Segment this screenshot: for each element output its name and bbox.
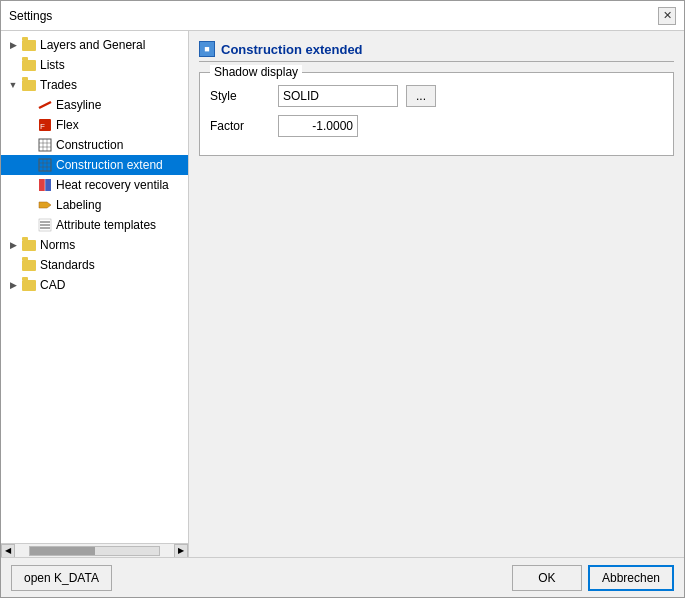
factor-input[interactable] [278,115,358,137]
tree-label-trades: Trades [40,78,77,92]
tree-label-heat: Heat recovery ventila [56,178,169,192]
bottom-left: open K_DATA [11,565,112,591]
style-row: Style ... [210,85,663,107]
tree-item-attr-templates[interactable]: Attribute templates [1,215,188,235]
icon-trades [21,77,37,93]
tree-item-lists[interactable]: Lists [1,55,188,75]
icon-cad [21,277,37,293]
content-area: Layers and GeneralListsTradesEasylineFFl… [1,31,684,557]
tree-item-construction[interactable]: Construction [1,135,188,155]
horizontal-scrollbar[interactable]: ◀ ▶ [1,543,188,557]
svg-rect-13 [39,179,45,191]
icon-lists [21,57,37,73]
close-button[interactable]: ✕ [658,7,676,25]
tree-item-construction-ext[interactable]: Construction extend [1,155,188,175]
shadow-display-group: Shadow display Style ... Factor [199,72,674,156]
section-title-text: Construction extended [221,42,363,57]
icon-easyline [37,97,53,113]
tree-item-standards[interactable]: Standards [1,255,188,275]
tree-label-attr-templates: Attribute templates [56,218,156,232]
tree-label-standards: Standards [40,258,95,272]
expander-layers[interactable] [5,37,21,53]
open-kdata-button[interactable]: open K_DATA [11,565,112,591]
tree-item-heat[interactable]: Heat recovery ventila [1,175,188,195]
expander-trades[interactable] [5,77,21,93]
svg-rect-14 [45,179,51,191]
tree-item-flex[interactable]: FFlex [1,115,188,135]
window-title: Settings [9,9,52,23]
tree-container: Layers and GeneralListsTradesEasylineFFl… [1,35,188,295]
tree-item-cad[interactable]: CAD [1,275,188,295]
expander-norms[interactable] [5,237,21,253]
ok-button[interactable]: OK [512,565,582,591]
tree-label-layers: Layers and General [40,38,145,52]
icon-norms [21,237,37,253]
style-input[interactable] [278,85,398,107]
icon-flex: F [37,117,53,133]
tree-item-layers[interactable]: Layers and General [1,35,188,55]
style-label: Style [210,89,270,103]
title-bar-left: Settings [9,9,52,23]
tree-label-easyline: Easyline [56,98,101,112]
section-header: ■ Construction extended [199,41,674,62]
scroll-right-btn[interactable]: ▶ [174,544,188,558]
scroll-left-btn[interactable]: ◀ [1,544,15,558]
tree-item-trades[interactable]: Trades [1,75,188,95]
icon-construction [37,137,53,153]
scroll-thumb [30,547,95,555]
icon-heat [37,177,53,193]
icon-construction-ext [37,157,53,173]
left-panel-wrapper: Layers and GeneralListsTradesEasylineFFl… [1,31,189,557]
right-panel: ■ Construction extended Shadow display S… [189,31,684,557]
icon-attr-templates [37,217,53,233]
title-bar: Settings ✕ [1,1,684,31]
group-label: Shadow display [210,65,302,79]
expander-cad[interactable] [5,277,21,293]
cancel-button[interactable]: Abbrechen [588,565,674,591]
icon-labeling [37,197,53,213]
bottom-bar: open K_DATA OK Abbrechen [1,557,684,597]
tree-item-easyline[interactable]: Easyline [1,95,188,115]
tree-label-construction-ext: Construction extend [56,158,163,172]
svg-line-0 [39,102,51,108]
dots-button[interactable]: ... [406,85,436,107]
tree-label-lists: Lists [40,58,65,72]
tree-label-norms: Norms [40,238,75,252]
scroll-track [29,546,160,556]
tree-item-labeling[interactable]: Labeling [1,195,188,215]
factor-row: Factor [210,115,663,137]
tree-item-norms[interactable]: Norms [1,235,188,255]
tree-label-cad: CAD [40,278,65,292]
bottom-right: OK Abbrechen [512,565,674,591]
section-icon: ■ [199,41,215,57]
icon-standards [21,257,37,273]
svg-rect-8 [39,159,51,171]
tree-label-construction: Construction [56,138,123,152]
svg-rect-3 [39,139,51,151]
settings-window: Settings ✕ Layers and GeneralListsTrades… [0,0,685,598]
left-panel: Layers and GeneralListsTradesEasylineFFl… [1,31,189,543]
tree-label-labeling: Labeling [56,198,101,212]
svg-text:F: F [40,122,45,131]
factor-label: Factor [210,119,270,133]
icon-layers [21,37,37,53]
tree-label-flex: Flex [56,118,79,132]
